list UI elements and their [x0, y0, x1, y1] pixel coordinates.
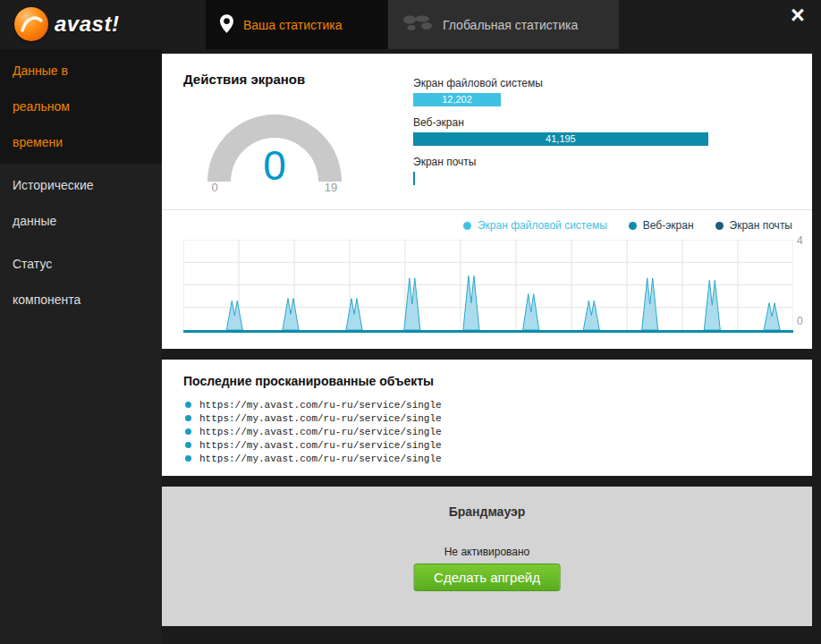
divider [162, 209, 812, 210]
title-bar: avast! Ваша статистика Глобальная статис… [0, 0, 821, 49]
gauge-min-label: 0 [201, 181, 228, 194]
y-axis-max-label: 4 [797, 234, 803, 247]
logo-text: avast! [55, 12, 119, 37]
legend-dot-icon [629, 222, 637, 230]
bullet-icon [185, 415, 191, 421]
stat-bar: 41,195 [413, 132, 792, 146]
avast-ball-icon [14, 7, 48, 41]
list-item: https://my.avast.com/ru-ru/service/singl… [185, 452, 442, 465]
list-item: https://my.avast.com/ru-ru/service/singl… [185, 411, 442, 425]
tab-label: Ваша статистика [243, 18, 342, 32]
stat-bar-fill [413, 172, 415, 185]
panel-title: Действия экранов [183, 72, 305, 87]
firewall-panel: Брандмауэр Не активировано Сделать апгре… [162, 487, 812, 626]
last-scanned-panel: Последние просканированные объекты https… [162, 360, 812, 476]
legend-item-file-shield: Экран файловой системы [463, 219, 607, 232]
stat-label: Веб-экран [413, 116, 792, 129]
stat-web-shield: Веб-экран 41,195 [413, 116, 792, 146]
legend-item-web-shield: Веб-экран [629, 219, 694, 232]
gauge-max-label: 19 [317, 181, 344, 194]
stat-bar-fill: 12,202 [413, 93, 501, 106]
sidebar-item-historical-data[interactable]: Исторические данные [0, 164, 162, 242]
stat-bar [413, 172, 792, 185]
activity-chart [183, 240, 793, 333]
stat-mail-shield: Экран почты [413, 156, 792, 185]
stat-file-shield: Экран файловой системы 12,202 [413, 77, 792, 106]
scanned-url: https://my.avast.com/ru-ru/service/singl… [199, 440, 442, 451]
scanned-url: https://my.avast.com/ru-ru/service/singl… [199, 400, 442, 411]
upgrade-button[interactable]: Сделать апгрейд [413, 564, 561, 591]
bullet-icon [185, 442, 191, 448]
close-icon[interactable]: × [785, 4, 810, 28]
panel-title: Последние просканированные объекты [183, 374, 434, 388]
bullet-icon [185, 402, 191, 408]
list-item: https://my.avast.com/ru-ru/service/singl… [185, 425, 442, 438]
scanned-url: https://my.avast.com/ru-ru/service/singl… [199, 453, 442, 464]
tab-global-statistics[interactable]: Глобальная статистика [387, 0, 619, 49]
firewall-status: Не активировано [162, 546, 812, 558]
chart-legend: Экран файловой системы Веб-экран Экран п… [463, 219, 792, 232]
avast-statistics-window: avast! Ваша статистика Глобальная статис… [0, 0, 821, 644]
legend-label: Экран почты [730, 219, 792, 232]
legend-dot-icon [463, 222, 471, 230]
sidebar-item-component-status[interactable]: Статус компонента [0, 242, 162, 321]
legend-label: Экран файловой системы [478, 219, 607, 232]
bullet-icon [185, 455, 191, 462]
shield-stats: Экран файловой системы 12,202 Веб-экран … [413, 77, 792, 185]
y-axis-min-label: 0 [797, 315, 803, 327]
screen-actions-panel: Действия экранов 0 0 19 Экран файловой с… [162, 54, 812, 349]
legend-label: Веб-экран [643, 219, 694, 232]
sidebar-item-realtime-data[interactable]: Данные в реальном времени [0, 49, 162, 164]
scanned-url: https://my.avast.com/ru-ru/service/singl… [199, 427, 442, 437]
bullet-icon [185, 428, 191, 435]
legend-item-mail-shield: Экран почты [715, 219, 792, 232]
stat-bar-fill: 41,195 [413, 132, 708, 146]
location-pin-icon [220, 14, 233, 36]
scanned-objects-list: https://my.avast.com/ru-ru/service/singl… [185, 398, 442, 465]
world-map-icon [402, 14, 433, 35]
legend-dot-icon [715, 222, 724, 230]
panel-title: Брандмауэр [162, 504, 812, 519]
tab-your-statistics[interactable]: Ваша статистика [206, 0, 387, 49]
sidebar: Данные в реальном времени Исторические д… [0, 49, 162, 644]
avast-logo: avast! [14, 7, 119, 41]
stat-bar: 12,202 [413, 93, 792, 106]
stat-label: Экран файловой системы [413, 77, 792, 89]
scanned-url: https://my.avast.com/ru-ru/service/singl… [199, 413, 442, 424]
list-item: https://my.avast.com/ru-ru/service/singl… [185, 398, 442, 411]
list-item: https://my.avast.com/ru-ru/service/singl… [185, 438, 442, 452]
stat-label: Экран почты [413, 156, 792, 168]
tab-label: Глобальная статистика [443, 18, 578, 32]
